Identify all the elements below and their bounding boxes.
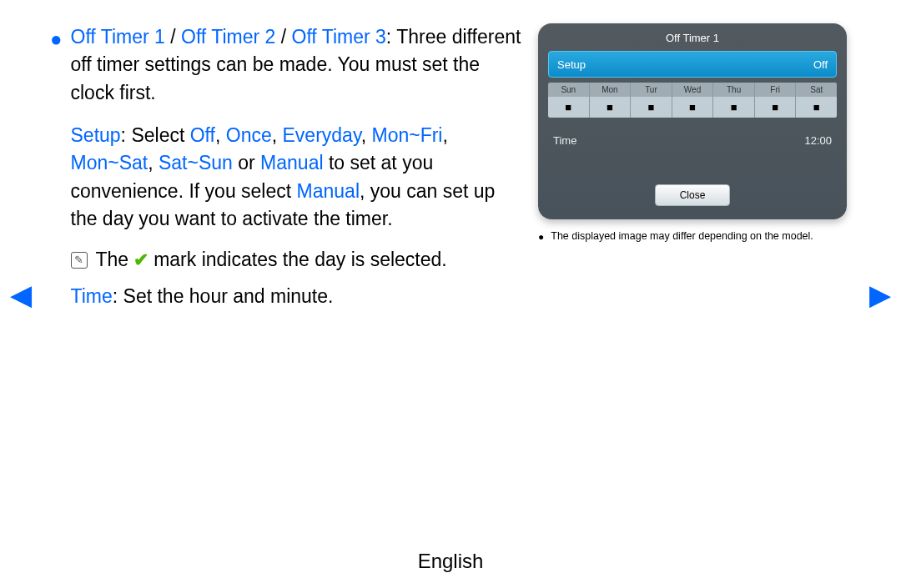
time-row[interactable]: Time 12:00 — [548, 134, 837, 147]
day-cell[interactable]: Tur■ — [631, 83, 672, 118]
close-button[interactable]: Close — [655, 184, 730, 206]
day-cell[interactable]: Sat■ — [796, 83, 837, 118]
day-cell[interactable]: Thu■ — [713, 83, 755, 118]
day-cell[interactable]: Mon■ — [590, 83, 632, 118]
bullet-icon: ● — [50, 25, 63, 54]
chevron-left-icon: ◀ — [10, 279, 32, 310]
off-timer-3-label: Off Timer 3 — [292, 26, 386, 48]
time-row-value: 12:00 — [804, 134, 832, 147]
setup-bar-label: Setup — [557, 58, 586, 71]
days-row: Sun■ Mon■ Tur■ Wed■ Thu■ Fri■ Sat■ — [548, 83, 837, 118]
panel-title: Off Timer 1 — [548, 32, 837, 44]
bullet-icon: ● — [538, 230, 544, 244]
nav-prev-button[interactable]: ◀ — [10, 278, 32, 311]
time-description: Time: Set the hour and minute. — [71, 283, 522, 310]
panel-column: Off Timer 1 Setup Off Sun■ Mon■ Tur■ Wed… — [538, 23, 855, 310]
note-icon — [71, 252, 88, 269]
day-cell[interactable]: Wed■ — [672, 83, 714, 118]
setup-bar[interactable]: Setup Off — [548, 51, 837, 78]
day-cell[interactable]: Fri■ — [755, 83, 797, 118]
day-cell[interactable]: Sun■ — [548, 83, 590, 118]
off-timer-panel: Off Timer 1 Setup Off Sun■ Mon■ Tur■ Wed… — [538, 23, 847, 219]
main-text-column: ● Off Timer 1 / Off Timer 2 / Off Timer … — [50, 23, 521, 310]
nav-next-button[interactable]: ▶ — [869, 278, 891, 311]
bullet-content: Off Timer 1 / Off Timer 2 / Off Timer 3:… — [71, 23, 522, 310]
footer-language: English — [0, 550, 901, 573]
panel-disclaimer: ● The displayed image may differ dependi… — [538, 229, 855, 244]
off-timer-1-label: Off Timer 1 — [71, 26, 165, 48]
time-row-label: Time — [553, 134, 576, 147]
setup-bar-value: Off — [813, 58, 828, 71]
check-icon: ✔ — [133, 247, 148, 274]
note-line: The ✔ mark indicates the day is selected… — [71, 246, 522, 274]
setup-description: Setup: Select Off, Once, Everyday, Mon~F… — [71, 122, 522, 233]
chevron-right-icon: ▶ — [869, 279, 891, 310]
setup-label: Setup — [71, 124, 121, 146]
off-timer-2-label: Off Timer 2 — [181, 26, 275, 48]
